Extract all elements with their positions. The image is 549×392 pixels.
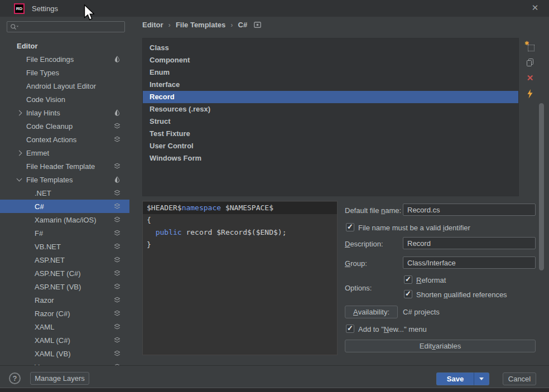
template-item-windows-form[interactable]: Windows Form bbox=[143, 152, 518, 164]
chevron-down-icon bbox=[479, 378, 484, 380]
default-file-name-input[interactable] bbox=[403, 204, 536, 216]
sidebar-item-label: XAML (VB) bbox=[35, 350, 71, 358]
template-item-interface[interactable]: Interface bbox=[143, 79, 518, 91]
save-dropdown-button[interactable] bbox=[474, 372, 489, 385]
sidebar-item-code-vision[interactable]: Code Vision bbox=[0, 93, 129, 106]
template-item-component[interactable]: Component bbox=[143, 54, 518, 66]
sidebar-item-label: .NET bbox=[35, 189, 51, 197]
edit-variables-button[interactable]: Edit variables bbox=[345, 340, 536, 352]
reset-to-default-icon[interactable] bbox=[526, 89, 534, 98]
sidebar-item-asp-net[interactable]: ASP.NET bbox=[0, 253, 129, 267]
settings-layers-icon bbox=[114, 323, 121, 330]
sidebar-item-file-header-template[interactable]: File Header Template bbox=[0, 159, 129, 173]
sidebar-item-label: File Encodings bbox=[26, 55, 74, 64]
template-code-editor[interactable]: $HEADER$namespace $NAMESPACE${ public re… bbox=[142, 201, 338, 355]
sidebar-item-android-layout-editor[interactable]: Android Layout Editor bbox=[0, 79, 129, 93]
red-x-shape: ✕ bbox=[527, 74, 534, 83]
sidebar-item-fsharp[interactable]: F# bbox=[0, 226, 129, 240]
settings-layers-icon bbox=[114, 136, 121, 143]
breadcrumb-item-editor[interactable]: Editor bbox=[142, 21, 163, 29]
sidebar-item-vb-net[interactable]: VB.NET bbox=[0, 240, 129, 253]
settings-layers-icon bbox=[114, 203, 121, 210]
sidebar-item-xamarin-mac-ios[interactable]: Xamarin (Mac/iOS) bbox=[0, 213, 129, 226]
availability-value: C# projects bbox=[403, 308, 440, 316]
reformat-checkbox[interactable] bbox=[404, 275, 412, 284]
shorten-qualified-label: Shorten qualified references bbox=[416, 291, 507, 299]
settings-layers-icon bbox=[114, 123, 121, 129]
sidebar-item-context-actions[interactable]: Context Actions bbox=[0, 133, 129, 146]
add-to-new-menu-checkbox[interactable] bbox=[346, 325, 354, 333]
template-item-record[interactable]: Record bbox=[143, 91, 518, 103]
sidebar-item-xaml-vb[interactable]: XAML (VB) bbox=[0, 347, 129, 360]
settings-drop-icon bbox=[114, 176, 121, 183]
template-item-resources-resx[interactable]: Resources (.resx) bbox=[143, 103, 518, 115]
sidebar-item-asp-net-vb[interactable]: ASP.NET (VB) bbox=[0, 280, 129, 293]
settings-layers-icon bbox=[114, 283, 121, 290]
settings-layers-icon bbox=[114, 270, 121, 277]
sidebar-item-label: File Types bbox=[26, 69, 59, 77]
sidebar-item-file-types[interactable]: File Types bbox=[0, 66, 129, 79]
sidebar-item-csharp[interactable]: C# bbox=[0, 200, 129, 213]
add-to-new-menu-label: Add to "New..." menu bbox=[358, 325, 427, 333]
settings-layers-icon bbox=[114, 243, 121, 250]
breadcrumb-item-file-templates[interactable]: File Templates bbox=[176, 21, 225, 29]
chevron-right-icon[interactable] bbox=[17, 110, 22, 116]
sidebar-item-xaml-csharp[interactable]: XAML (C#) bbox=[0, 333, 129, 347]
sidebar-item-label: F# bbox=[35, 229, 43, 238]
template-item-struct[interactable]: Struct bbox=[143, 115, 518, 128]
settings-layers-icon bbox=[114, 163, 121, 170]
group-input[interactable] bbox=[403, 257, 536, 269]
template-item-test-fixture[interactable]: Test Fixture bbox=[143, 128, 518, 140]
template-item-class[interactable]: Class bbox=[143, 42, 518, 54]
group-label: Group: bbox=[345, 259, 367, 268]
sidebar-item-razor[interactable]: Razor bbox=[0, 293, 129, 307]
create-template-icon[interactable]: ✱ bbox=[526, 42, 534, 51]
rider-logo-icon: RD bbox=[14, 3, 25, 14]
save-split-button: Save bbox=[436, 372, 489, 385]
template-item-user-control[interactable]: User Control bbox=[143, 140, 518, 152]
sidebar-item-file-encodings[interactable]: File Encodings bbox=[0, 52, 129, 66]
sidebar-item-label: Android Layout Editor bbox=[26, 82, 96, 90]
sidebar-item-file-templates[interactable]: File Templates bbox=[0, 173, 129, 186]
save-button[interactable]: Save bbox=[436, 372, 474, 385]
cancel-button[interactable]: Cancel bbox=[503, 372, 536, 385]
search-input[interactable] bbox=[23, 22, 126, 33]
sidebar-item-code-cleanup[interactable]: Code Cleanup bbox=[0, 119, 129, 133]
sidebar-item-razor-csharp[interactable]: Razor (C#) bbox=[0, 307, 129, 320]
shorten-qualified-checkbox[interactable] bbox=[404, 290, 412, 298]
sidebar-item-net[interactable]: .NET bbox=[0, 186, 129, 200]
close-button[interactable]: ✕ bbox=[530, 3, 540, 13]
settings-window-icon[interactable] bbox=[254, 22, 261, 28]
description-input[interactable] bbox=[403, 237, 536, 249]
sidebar-item-label: Razor bbox=[35, 296, 54, 304]
sidebar-item-asp-net-csharp[interactable]: ASP.NET (C#) bbox=[0, 267, 129, 280]
valid-identifier-checkbox[interactable] bbox=[346, 223, 354, 231]
settings-drop-icon bbox=[114, 56, 121, 62]
copy-template-icon[interactable] bbox=[526, 58, 534, 67]
remove-template-icon[interactable]: ✕ bbox=[526, 74, 534, 83]
settings-layers-icon bbox=[114, 337, 121, 343]
settings-layers-icon bbox=[114, 257, 121, 263]
sidebar-item-label: C# bbox=[35, 202, 44, 211]
settings-search-box[interactable] bbox=[7, 21, 125, 32]
manage-layers-button[interactable]: Manage Layers bbox=[30, 372, 89, 385]
sidebar-item-label: Code Vision bbox=[26, 95, 65, 104]
sidebar-item-label: ASP.NET (C#) bbox=[35, 269, 81, 278]
chevron-down-icon[interactable] bbox=[17, 176, 22, 182]
sidebar-item-emmet[interactable]: Emmet bbox=[0, 146, 129, 159]
breadcrumb-item-csharp[interactable]: C# bbox=[238, 21, 248, 29]
settings-tree: EditorFile EncodingsFile TypesAndroid La… bbox=[0, 39, 134, 365]
sidebar-item-vue[interactable]: Vue bbox=[0, 360, 129, 365]
help-button[interactable]: ? bbox=[9, 372, 21, 384]
chevron-right-icon[interactable] bbox=[17, 151, 22, 156]
template-list: ClassComponentEnumInterfaceRecordResourc… bbox=[142, 38, 519, 196]
template-item-enum[interactable]: Enum bbox=[143, 66, 518, 79]
availability-button[interactable]: Availability: bbox=[345, 306, 398, 318]
sidebar-item-inlay-hints[interactable]: Inlay Hints bbox=[0, 106, 129, 119]
sidebar-item-editor[interactable]: Editor bbox=[0, 39, 129, 52]
settings-layers-icon bbox=[114, 310, 121, 317]
sidebar-item-label: File Templates bbox=[26, 176, 73, 184]
sidebar-scrollbar[interactable] bbox=[539, 103, 544, 270]
sidebar-item-xaml[interactable]: XAML bbox=[0, 320, 129, 333]
sidebar-item-label: VB.NET bbox=[35, 243, 61, 251]
